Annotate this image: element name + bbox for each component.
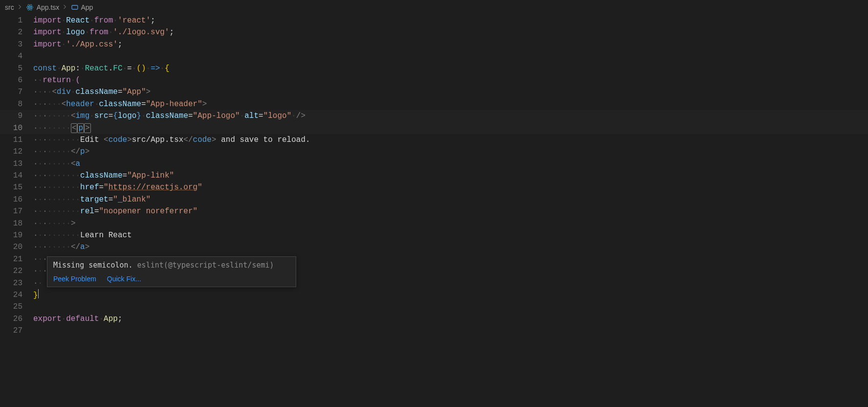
code-line[interactable]: 25 [0,301,868,313]
code-line[interactable]: 1 import·React·from·'react'; [0,15,868,26]
peek-problem-link[interactable]: Peek Problem [53,275,96,283]
react-file-icon [26,3,34,11]
code-line[interactable]: 8 ······<header·className="App-header"> [0,98,868,110]
line-number: 24 [0,289,33,301]
line-number: 16 [0,194,33,205]
line-number: 5 [0,63,33,74]
line-number: 7 [0,86,33,98]
line-number: 20 [0,241,33,253]
breadcrumb-symbol[interactable]: App [81,3,93,11]
line-number: 10 [0,122,33,134]
line-number: 4 [0,50,33,62]
line-number: 26 [0,313,33,325]
code-line[interactable]: 27 [0,325,868,337]
code-line[interactable]: 11 ··········Edit <code>src/App.tsx</cod… [0,134,868,146]
problem-hover-widget: Missing semicolon. eslint(@typescript-es… [47,256,296,287]
line-number: 15 [0,181,33,193]
code-editor[interactable]: 1 import·React·from·'react'; 2 import·lo… [0,15,868,407]
code-line[interactable]: 15 ··········href="https://reactjs.org" [0,181,868,193]
chevron-right-icon [17,3,23,11]
line-number: 13 [0,158,33,170]
code-line[interactable]: 12 ········</p> [0,146,868,158]
code-line[interactable]: 24 } [0,289,868,301]
line-number: 27 [0,325,33,337]
line-number: 6 [0,74,33,86]
line-number: 12 [0,146,33,158]
line-number: 14 [0,170,33,181]
quick-fix-link[interactable]: Quick Fix... [107,275,141,283]
line-number: 18 [0,218,33,229]
code-line[interactable]: 4 [0,50,868,62]
breadcrumb-file[interactable]: App.tsx [37,3,60,11]
line-number: 9 [0,110,33,122]
line-number: 11 [0,134,33,146]
code-line[interactable]: 26 export·default·App; [0,313,868,325]
breadcrumb-folder[interactable]: src [5,3,14,11]
breadcrumb: src App.tsx App [0,0,868,15]
line-number: 8 [0,98,33,110]
code-line[interactable]: 10 ········<p> [0,122,868,134]
line-number: 22 [0,265,33,277]
symbol-variable-icon [71,3,79,11]
line-number: 17 [0,205,33,217]
code-line[interactable]: 9 ········<img·src={logo}·className="App… [0,110,868,122]
code-line[interactable]: 14 ··········className="App-link" [0,170,868,181]
svg-rect-4 [72,5,78,9]
code-line[interactable]: 18 ········> [0,218,868,229]
code-line[interactable]: 3 import·'./App.css'; [0,39,868,50]
line-number: 21 [0,253,33,265]
line-number: 19 [0,229,33,241]
code-line[interactable]: 5 const·App:·React.FC·=·()·=>·{ [0,63,868,74]
code-line[interactable]: 2 import·logo·from·'./logo.svg'; [0,26,868,38]
code-line[interactable]: 20 ········</a> [0,241,868,253]
code-line[interactable]: 16 ··········target="_blank" [0,194,868,205]
hover-message: Missing semicolon. eslint(@typescript-es… [47,257,296,272]
code-line[interactable]: 19 ··········Learn React [0,229,868,241]
code-line[interactable]: 17 ··········rel="noopener noreferrer" [0,205,868,217]
line-number: 1 [0,15,33,26]
line-number: 23 [0,277,33,289]
cursor [38,289,39,298]
chevron-right-icon [62,3,68,11]
line-number: 3 [0,39,33,50]
code-line[interactable]: 7 ····<div·className="App"> [0,86,868,98]
code-line[interactable]: 13 ········<a [0,158,868,170]
svg-point-0 [29,7,30,8]
line-number: 25 [0,301,33,313]
code-line[interactable]: 6 ··return·( [0,74,868,86]
line-number: 2 [0,26,33,38]
